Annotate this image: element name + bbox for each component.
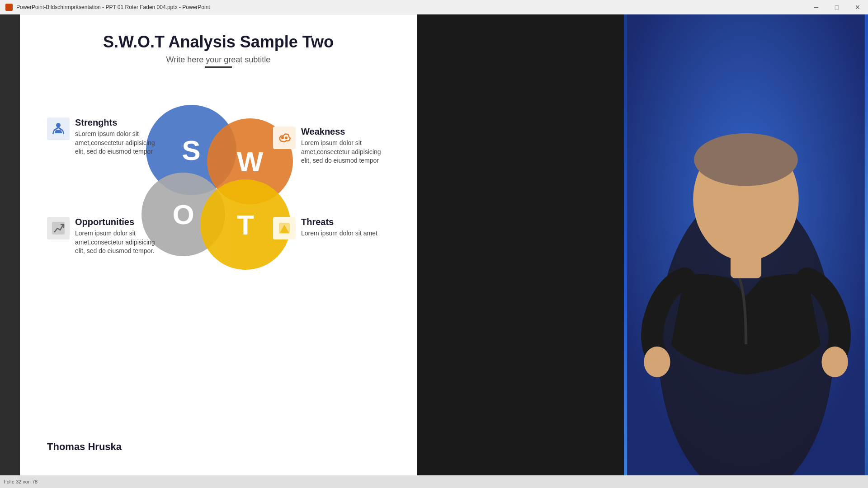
opportunities-body: Lorem ipsum dolor sit amet,consectetur a… (75, 229, 165, 256)
strengths-icon-box (47, 117, 70, 140)
opportunities-text: Opportunities Lorem ipsum dolor sit amet… (75, 217, 165, 256)
weakness-text: Weakness Lorem ipsum dolor sit amet,cons… (301, 127, 392, 165)
webcam-video (624, 14, 868, 475)
svg-rect-17 (826, 353, 844, 364)
strengths-title: Strenghts (75, 117, 165, 128)
person-silhouette (624, 14, 868, 475)
opportunities-icon (50, 220, 66, 236)
opportunities-section: Opportunities Lorem ipsum dolor sit amet… (47, 217, 165, 256)
opportunities-title: Opportunities (75, 217, 165, 227)
taskbar-status: Folie 32 von 78 (4, 479, 38, 484)
slide: S.W.O.T Analysis Sample Two Write here y… (20, 14, 417, 475)
minimize-button[interactable]: ─ (806, 0, 826, 14)
left-sidebar (0, 14, 20, 475)
threats-icon (276, 220, 292, 236)
author-name: Thomas Hruska (47, 441, 122, 453)
app-icon (5, 4, 13, 11)
close-button[interactable]: ✕ (847, 0, 868, 14)
strengths-section: Strenghts sLorem ipsum dolor sit amet,co… (47, 117, 165, 156)
opportunities-icon-box (47, 217, 70, 239)
webcam-overlay (624, 14, 868, 475)
svg-rect-13 (731, 252, 761, 278)
slide-title: S.W.O.T Analysis Sample Two (103, 33, 334, 52)
threats-icon-box (273, 217, 296, 239)
threats-section: Threats Lorem ipsum dolor sit amet (273, 217, 377, 239)
main-slide-area: S.W.O.T Analysis Sample Two Write here y… (20, 14, 417, 475)
threats-body: Lorem ipsum dolor sit amet (301, 229, 377, 238)
slide-subtitle: Write here your great subtitle (166, 55, 271, 65)
svg-point-0 (56, 123, 61, 127)
svg-line-4 (63, 131, 64, 134)
weakness-section: Weakness Lorem ipsum dolor sit amet,cons… (273, 127, 392, 165)
threats-text: Threats Lorem ipsum dolor sit amet (301, 217, 377, 238)
weakness-icon-box (273, 127, 296, 149)
maximize-button[interactable]: □ (826, 0, 847, 14)
svg-line-3 (53, 131, 54, 134)
taskbar: Folie 32 von 78 (0, 475, 868, 488)
weakness-body: Lorem ipsum dolor sit amet,consectetur a… (301, 139, 392, 165)
subtitle-underline (205, 66, 232, 68)
title-bar-text: PowerPoint-Bildschirmpräsentation - PPT … (16, 4, 210, 10)
strengths-icon (50, 121, 66, 137)
svg-rect-16 (648, 353, 666, 364)
weakness-title: Weakness (301, 127, 392, 137)
strengths-text: Strenghts sLorem ipsum dolor sit amet,co… (75, 117, 165, 156)
svg-point-12 (694, 133, 798, 186)
window-controls: ─ □ ✕ (806, 0, 868, 14)
title-bar: PowerPoint-Bildschirmpräsentation - PPT … (0, 0, 868, 14)
threats-title: Threats (301, 217, 377, 227)
svg-point-6 (285, 136, 288, 139)
strengths-body: sLorem ipsum dolor sit amet,consectetur … (75, 130, 165, 156)
weakness-icon (276, 130, 292, 146)
